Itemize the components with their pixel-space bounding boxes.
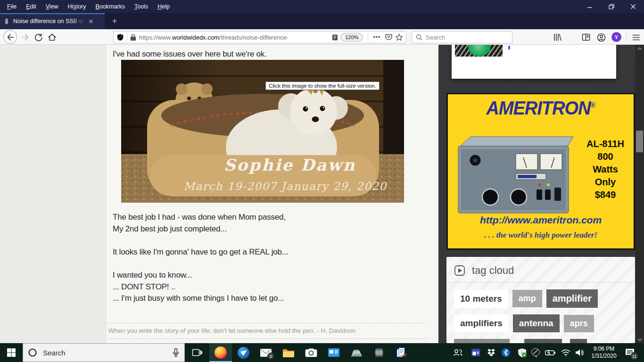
tray-wifi-button[interactable] bbox=[559, 343, 573, 362]
library-icon[interactable] bbox=[552, 32, 563, 42]
reader-mode-icon[interactable] bbox=[331, 34, 339, 41]
tag-amp[interactable]: amp bbox=[512, 290, 542, 307]
title-bar: File Edit View History Bookmarks Tools H… bbox=[0, 0, 644, 13]
taskbar-contact-card-button[interactable] bbox=[322, 343, 345, 362]
reload-button[interactable] bbox=[32, 31, 45, 44]
restore-button[interactable] bbox=[601, 0, 622, 13]
post-line: My 2nd best job just completed... bbox=[113, 224, 424, 236]
firefox-icon bbox=[215, 346, 227, 359]
tag-clipped[interactable] bbox=[570, 339, 587, 343]
ad-model: AL-811H bbox=[580, 138, 631, 150]
close-icon bbox=[630, 4, 636, 9]
partial-product-image[interactable] bbox=[455, 45, 503, 57]
restore-icon bbox=[609, 4, 614, 9]
tag-row: amplifiers antenna aprs bbox=[446, 314, 635, 332]
battery-plug-icon bbox=[545, 349, 556, 356]
menu-history[interactable]: History bbox=[64, 2, 91, 11]
menu-bookmarks[interactable]: Bookmarks bbox=[91, 2, 130, 11]
home-button[interactable] bbox=[45, 31, 58, 44]
close-button[interactable] bbox=[622, 0, 644, 13]
tray-dropbox-button[interactable] bbox=[484, 343, 498, 362]
taskbar-clock[interactable]: 9:06 PM 1/31/2020 bbox=[587, 343, 620, 362]
page-actions-icon[interactable]: ••• bbox=[373, 34, 380, 41]
file-explorer-icon bbox=[282, 348, 295, 358]
url-domain: worldwidedx.com bbox=[172, 34, 219, 41]
scroll-up-arrow[interactable] bbox=[635, 45, 644, 52]
address-bar[interactable]: https://www.worldwidedx.com/threads/nois… bbox=[113, 31, 406, 43]
post-signature: When you write the story of your life, d… bbox=[107, 323, 427, 339]
menu-tools[interactable]: Tools bbox=[130, 2, 152, 11]
tag-antenna[interactable]: antenna bbox=[513, 314, 560, 332]
menu-help[interactable]: Help bbox=[153, 2, 174, 11]
url-path: /threads/noise-difference- bbox=[219, 34, 289, 41]
urlbar-separator bbox=[368, 33, 368, 41]
back-button[interactable] bbox=[3, 30, 17, 44]
menu-edit[interactable]: Edit bbox=[22, 2, 41, 11]
taskbar-scanner-button[interactable] bbox=[345, 343, 368, 362]
tray-blue-app-button[interactable] bbox=[469, 343, 483, 362]
taskbar-documents-app-button[interactable] bbox=[390, 343, 413, 362]
ameritron-logo: AMERITRON® bbox=[448, 97, 634, 119]
tracking-protection-shield-icon[interactable] bbox=[116, 33, 124, 41]
ameritron-ad[interactable]: AMERITRON® bbox=[446, 93, 635, 250]
task-view-button[interactable] bbox=[186, 343, 208, 362]
url-scheme: https://www. bbox=[139, 34, 172, 41]
tag-10-meters[interactable]: 10 meters bbox=[454, 290, 508, 308]
profile-avatar[interactable]: Y bbox=[611, 32, 621, 42]
url-text[interactable]: https://www.worldwidedx.com/threads/nois… bbox=[139, 34, 331, 41]
taskbar-file-explorer-button[interactable] bbox=[277, 343, 300, 362]
tab-close-icon[interactable]: ✕ bbox=[87, 17, 95, 25]
tray-people-button[interactable] bbox=[451, 343, 465, 362]
tray-defender-button[interactable] bbox=[515, 343, 529, 362]
bluetooth-icon bbox=[501, 348, 511, 357]
search-icon bbox=[416, 34, 422, 41]
browser-search-bar[interactable] bbox=[412, 31, 512, 43]
pocket-icon[interactable] bbox=[385, 33, 393, 41]
page-scrollbar[interactable] bbox=[635, 45, 644, 343]
sidebar-toggle-icon[interactable] bbox=[580, 32, 592, 42]
dropbox-icon bbox=[487, 348, 496, 357]
browser-search-input[interactable] bbox=[426, 34, 496, 41]
taskbar-chip-app-button[interactable] bbox=[368, 343, 390, 362]
forward-button[interactable] bbox=[19, 31, 32, 44]
tray-power-button[interactable] bbox=[544, 343, 558, 362]
tray-bluetooth-button[interactable] bbox=[499, 343, 513, 362]
minimize-button[interactable] bbox=[579, 0, 601, 13]
site-favicon-icon bbox=[4, 18, 9, 25]
ad-url-link[interactable]: http://www.ameritron.com bbox=[448, 214, 634, 226]
scrollbar-thumb[interactable] bbox=[636, 131, 643, 152]
forward-arrow-icon bbox=[21, 33, 30, 41]
footnote-link[interactable] bbox=[508, 46, 510, 49]
microphone-icon[interactable] bbox=[172, 348, 180, 357]
taskbar-camera-button[interactable] bbox=[300, 343, 322, 362]
action-center-button[interactable]: 11 bbox=[621, 343, 638, 362]
taskbar-search-placeholder: Search bbox=[43, 349, 172, 357]
taskbar-mail-button[interactable]: 2 bbox=[255, 343, 277, 362]
tag-aprs[interactable]: aprs bbox=[564, 315, 594, 332]
image-tooltip: Click this image to show the full-size v… bbox=[265, 82, 380, 90]
new-tab-button[interactable]: + bbox=[107, 13, 122, 29]
zoom-level-badge[interactable]: 120% bbox=[340, 33, 363, 41]
menu-file[interactable]: File bbox=[3, 2, 21, 11]
bookmark-star-icon[interactable] bbox=[395, 33, 403, 41]
start-button[interactable] bbox=[0, 343, 23, 362]
taskbar-thunderbird-button[interactable] bbox=[232, 343, 255, 362]
ad-power: 800 bbox=[580, 150, 631, 163]
hamburger-menu-icon[interactable] bbox=[630, 32, 642, 42]
tag-clipped[interactable] bbox=[454, 339, 510, 343]
account-icon[interactable] bbox=[595, 32, 607, 42]
window-controls bbox=[579, 0, 644, 13]
tray-volume-button[interactable] bbox=[573, 343, 587, 362]
tab-noise-difference[interactable]: Noise difference on SSB vs AM ✕ bbox=[0, 13, 105, 29]
scroll-down-arrow[interactable] bbox=[635, 336, 644, 343]
tag-row-clipped bbox=[446, 339, 635, 343]
taskbar-firefox-button[interactable] bbox=[209, 343, 232, 362]
clock-date: 1/31/2020 bbox=[591, 353, 616, 360]
menu-view[interactable]: View bbox=[41, 2, 63, 11]
tag-clipped[interactable] bbox=[524, 339, 562, 343]
tab-bar: Noise difference on SSB vs AM ✕ + bbox=[0, 13, 644, 29]
taskbar-search-box[interactable]: Search bbox=[23, 343, 185, 362]
tag-amplifiers[interactable]: amplifiers bbox=[454, 314, 509, 332]
tag-amplifier[interactable]: amplifier bbox=[546, 289, 598, 308]
tray-satellite-button[interactable] bbox=[529, 343, 543, 362]
